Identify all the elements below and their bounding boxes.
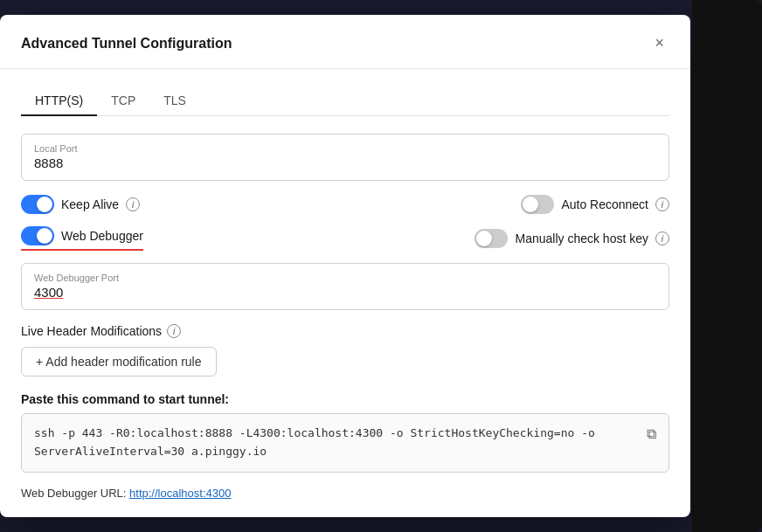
- local-port-label: Local Port: [34, 143, 656, 154]
- add-rule-label: + Add header modification rule: [36, 355, 202, 369]
- keep-alive-group: Keep Alive i: [21, 195, 140, 214]
- live-header-label: Live Header Modifications: [21, 324, 162, 338]
- manually-check-info-icon[interactable]: i: [655, 231, 669, 245]
- auto-reconnect-group: Auto Reconnect i: [521, 195, 669, 214]
- live-header-section-title: Live Header Modifications i: [21, 324, 669, 338]
- web-debugger-toggle[interactable]: [21, 226, 54, 245]
- debugger-port-label: Web Debugger Port: [34, 273, 656, 283]
- tabs-container: HTTP(S) TCP TLS: [21, 86, 669, 116]
- keep-alive-label: Keep Alive: [61, 197, 119, 211]
- add-rule-button[interactable]: + Add header modification rule: [21, 347, 217, 377]
- copy-button[interactable]: ⧉: [643, 423, 660, 446]
- live-header-group: Live Header Modifications i + Add header…: [21, 324, 669, 377]
- tab-tcp[interactable]: TCP: [97, 86, 149, 116]
- copy-icon: ⧉: [647, 426, 656, 441]
- close-button[interactable]: ×: [649, 32, 669, 54]
- modal-body: HTTP(S) TCP TLS Local Port Keep Alive: [0, 69, 690, 517]
- web-debugger-group: Web Debugger: [21, 226, 143, 251]
- command-box: ssh -p 443 -R0:localhost:8888 -L4300:loc…: [21, 413, 669, 473]
- modal-title: Advanced Tunnel Configuration: [21, 36, 232, 52]
- command-section-title: Paste this command to start tunnel:: [21, 392, 669, 406]
- manually-check-thumb: [476, 231, 492, 246]
- auto-reconnect-label: Auto Reconnect: [561, 197, 648, 211]
- local-port-field: Local Port: [21, 134, 669, 181]
- web-debugger-url-label: Web Debugger URL:: [21, 487, 126, 500]
- tab-https[interactable]: HTTP(S): [21, 86, 97, 116]
- web-debugger-url-row: Web Debugger URL: http://localhost:4300: [21, 487, 669, 500]
- auto-reconnect-info-icon[interactable]: i: [655, 197, 669, 211]
- command-text: ssh -p 443 -R0:localhost:8888 -L4300:loc…: [34, 426, 595, 458]
- modal-overlay: Advanced Tunnel Configuration × HTTP(S) …: [0, 0, 762, 532]
- web-debugger-thumb: [37, 228, 52, 244]
- right-panel: [692, 0, 762, 532]
- auto-reconnect-thumb: [523, 197, 538, 212]
- manually-check-label: Manually check host key: [515, 231, 648, 245]
- manually-check-toggle[interactable]: [475, 229, 508, 248]
- toggles-row-2: Web Debugger Manually check host key i: [21, 226, 669, 251]
- modal-header: Advanced Tunnel Configuration ×: [0, 15, 690, 69]
- web-debugger-port-group: Web Debugger Port: [21, 263, 669, 310]
- tab-tls[interactable]: TLS: [149, 86, 200, 116]
- debugger-port-input[interactable]: [34, 285, 656, 300]
- modal: Advanced Tunnel Configuration × HTTP(S) …: [0, 15, 690, 517]
- toggles-row-1: Keep Alive i Auto Reconnect i: [21, 195, 669, 214]
- local-port-group: Local Port: [21, 134, 669, 181]
- keep-alive-thumb: [37, 197, 52, 212]
- live-header-info-icon[interactable]: i: [167, 324, 181, 338]
- keep-alive-toggle[interactable]: [21, 195, 54, 214]
- web-debugger-label: Web Debugger: [61, 229, 143, 243]
- web-debugger-underline-row: Web Debugger: [21, 226, 143, 251]
- debugger-port-field: Web Debugger Port: [21, 263, 669, 310]
- local-port-input[interactable]: [34, 155, 656, 170]
- auto-reconnect-toggle[interactable]: [521, 195, 554, 214]
- manually-check-group: Manually check host key i: [475, 229, 669, 248]
- keep-alive-info-icon[interactable]: i: [126, 197, 140, 211]
- web-debugger-url-link[interactable]: http://localhost:4300: [129, 487, 231, 500]
- command-section: Paste this command to start tunnel: ssh …: [21, 392, 669, 473]
